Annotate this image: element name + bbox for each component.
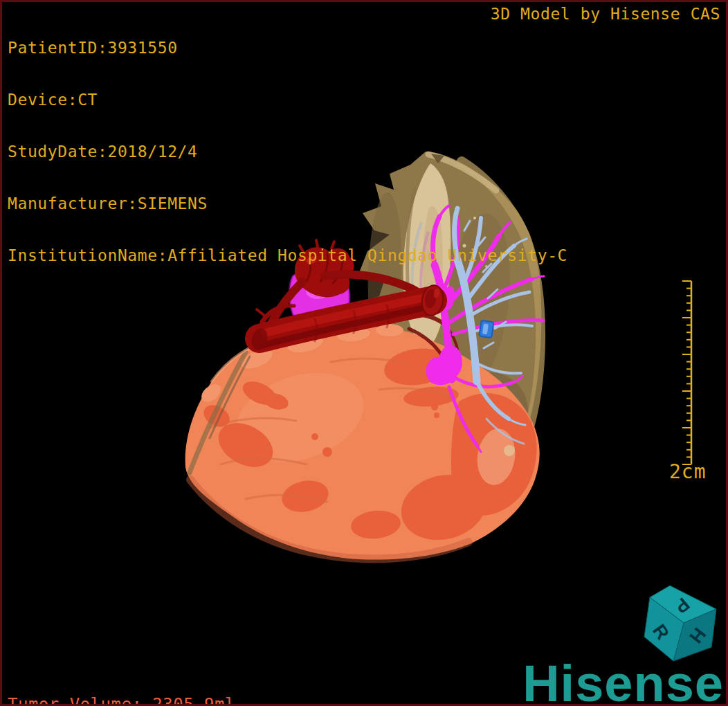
scale-bar xyxy=(659,275,708,490)
vessel-clip xyxy=(479,320,493,338)
scale-bar-ticks xyxy=(682,281,691,464)
liver-3d-model xyxy=(2,2,728,706)
hisense-logo: Hisense xyxy=(522,654,724,706)
3d-viewport[interactable] xyxy=(2,2,726,704)
cas-3d-viewer-window: PatientID:3931550 Device:CT StudyDate:20… xyxy=(0,0,728,706)
